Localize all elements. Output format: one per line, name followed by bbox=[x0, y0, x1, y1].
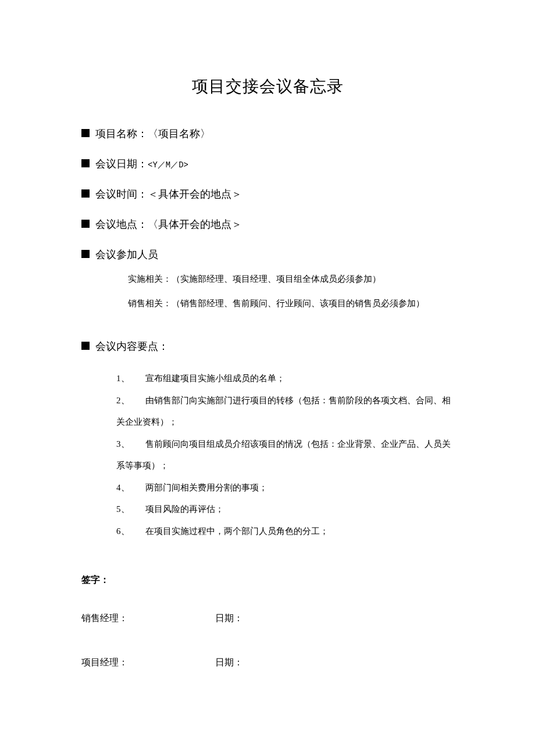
item-text: 项目风险的再评估； bbox=[145, 504, 224, 514]
project-name-value: 〈项目名称〉 bbox=[148, 127, 211, 141]
meeting-time-value: ＜具体开会的地点＞ bbox=[148, 187, 242, 201]
content-label: 会议内容要点： bbox=[95, 339, 169, 353]
meeting-date-label: 会议日期： bbox=[95, 157, 148, 171]
signature-row-sales: 销售经理： 日期： bbox=[81, 612, 454, 625]
list-item: 4、两部门间相关费用分割的事项； bbox=[116, 477, 454, 499]
list-item: 2、由销售部门向实施部门进行项目的转移（包括：售前阶段的各项文档、合同、相关企业… bbox=[81, 390, 454, 433]
attendees-section: 会议参加人员 实施相关：（实施部经理、项目经理、项目组全体成员必须参加） 销售相… bbox=[81, 248, 454, 310]
signature-date-label: 日期： bbox=[215, 657, 243, 669]
item-number: 4、 bbox=[116, 477, 145, 499]
item-text: 在项目实施过程中，两个部门人员角色的分工； bbox=[145, 526, 329, 536]
list-item: 3、售前顾问向项目组成员介绍该项目的情况（包括：企业背景、企业产品、人员关系等事… bbox=[81, 433, 454, 477]
meeting-location-label: 会议地点： bbox=[95, 217, 148, 231]
document-title: 项目交接会议备忘录 bbox=[81, 76, 454, 98]
attendees-label: 会议参加人员 bbox=[95, 248, 158, 261]
field-meeting-time: 会议时间： ＜具体开会的地点＞ bbox=[81, 187, 454, 201]
item-number: 1、 bbox=[116, 368, 145, 390]
signature-date-label: 日期： bbox=[215, 612, 243, 625]
item-number: 5、 bbox=[116, 499, 145, 521]
bullet-icon bbox=[81, 342, 90, 350]
bullet-icon bbox=[81, 250, 90, 258]
field-meeting-location: 会议地点： 〈具体开会的地点＞ bbox=[81, 217, 454, 231]
project-name-label: 项目名称： bbox=[95, 127, 148, 141]
item-number: 2、 bbox=[116, 390, 145, 412]
item-number: 6、 bbox=[116, 521, 145, 543]
list-item: 5、项目风险的再评估； bbox=[116, 499, 454, 521]
signature-label: 签字： bbox=[81, 574, 454, 586]
field-meeting-date: 会议日期： <Y／M／D> bbox=[81, 157, 454, 171]
content-list: 1、宣布组建项目实施小组成员的名单； 2、由销售部门向实施部门进行项目的转移（包… bbox=[116, 368, 454, 542]
item-text: 两部门间相关费用分割的事项； bbox=[145, 483, 268, 492]
meeting-time-label: 会议时间： bbox=[95, 187, 148, 201]
item-text: 宣布组建项目实施小组成员的名单； bbox=[145, 374, 285, 383]
bullet-icon bbox=[81, 159, 90, 167]
item-text: 由销售部门向实施部门进行项目的转移（包括：售前阶段的各项文档、合同、相关企业资料… bbox=[116, 396, 451, 427]
list-item: 6、在项目实施过程中，两个部门人员角色的分工； bbox=[116, 521, 454, 543]
signature-row-project: 项目经理： 日期： bbox=[81, 657, 454, 669]
bullet-icon bbox=[81, 189, 90, 198]
document-page: 项目交接会议备忘录 项目名称： 〈项目名称〉 会议日期： <Y／M／D> 会议时… bbox=[0, 0, 535, 669]
item-number: 3、 bbox=[116, 433, 145, 456]
bullet-icon bbox=[81, 129, 90, 137]
field-project-name: 项目名称： 〈项目名称〉 bbox=[81, 127, 454, 141]
meeting-date-value: <Y／M／D> bbox=[148, 160, 188, 170]
bullet-icon bbox=[81, 220, 90, 228]
signature-role-project: 项目经理： bbox=[81, 657, 215, 669]
signature-role-sales: 销售经理： bbox=[81, 612, 215, 625]
attendee-line-sales: 销售相关：（销售部经理、售前顾问、行业顾问、该项目的销售员必须参加） bbox=[128, 296, 454, 310]
meeting-location-value: 〈具体开会的地点＞ bbox=[148, 217, 242, 231]
item-text: 售前顾问向项目组成员介绍该项目的情况（包括：企业背景、企业产品、人员关系等事项）… bbox=[116, 439, 451, 471]
attendee-line-implementation: 实施相关：（实施部经理、项目经理、项目组全体成员必须参加） bbox=[128, 272, 454, 286]
content-section: 会议内容要点： 1、宣布组建项目实施小组成员的名单； 2、由销售部门向实施部门进… bbox=[81, 339, 454, 542]
signature-section: 签字： 销售经理： 日期： 项目经理： 日期： bbox=[81, 574, 454, 669]
list-item: 1、宣布组建项目实施小组成员的名单； bbox=[116, 368, 454, 390]
